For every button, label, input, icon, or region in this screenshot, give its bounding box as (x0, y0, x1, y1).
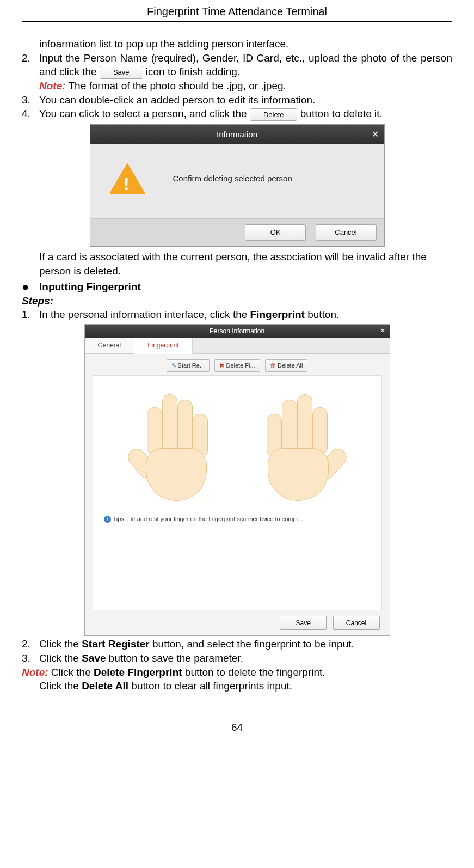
right-hand-icon[interactable] (254, 392, 346, 501)
dialog1-titlebar: Information ✕ (90, 125, 384, 144)
section-title: Inputting Fingerprint (39, 280, 141, 294)
item4-post: button to delete it. (297, 108, 382, 119)
fp-list-number-3: 3. (22, 651, 39, 665)
list-number-3: 3. (22, 93, 39, 107)
list-body-2: Input the Person Name (required), Gender… (39, 51, 452, 93)
delete-all-button[interactable]: 🗑Delete All (265, 359, 307, 372)
fp1-pre: In the personal information interface, c… (39, 309, 250, 320)
note2-l1-bold: Delete Fingerprint (94, 667, 182, 678)
cancel-button-2[interactable]: Cancel (333, 616, 380, 630)
note2-l2-bold: Delete All (82, 680, 128, 692)
fp-list-body-3: Click the Save button to save the parame… (39, 651, 452, 665)
delete-inline-button[interactable]: Delete (250, 108, 298, 121)
dialog1-message: Confirm deleting selected person (173, 173, 292, 184)
list-body-3: You can double-click an added person to … (39, 93, 452, 107)
list-number-4: 4. (22, 107, 39, 121)
tab-fingerprint[interactable]: Fingerprint (134, 338, 192, 354)
intro-fragment: infoarmation list to pop up the adding p… (39, 37, 452, 51)
note-text-1: The format of the photo should be .jpg, … (66, 80, 286, 91)
fp-list-body-2: Click the Start Register button, and sel… (39, 637, 452, 651)
item2-post: icon to finish adding. (143, 66, 241, 77)
fp-list-number-2: 2. (22, 637, 39, 651)
after-dialog1-text: If a card is associated with the current… (39, 250, 452, 278)
start-register-button[interactable]: ✎Start Re... (167, 359, 210, 372)
delete-fingerprint-button[interactable]: ✖Delete Fi... (214, 359, 260, 372)
x-icon: ✖ (219, 362, 224, 369)
page-header: Fingerprint Time Attendance Terminal (22, 4, 452, 22)
fp3-post: button to save the parameter. (106, 652, 243, 664)
info-icon: i (104, 516, 111, 523)
fp-list-number-1: 1. (22, 308, 39, 322)
dialog1-title-text: Information (217, 130, 257, 139)
list-body-4: You can click to select a person, and cl… (39, 107, 452, 121)
confirm-delete-dialog: Information ✕ Confirm deleting selected … (90, 124, 385, 247)
close-icon[interactable]: ✕ (372, 129, 379, 140)
dialog2-titlebar: Person Information ✕ (85, 325, 390, 338)
hands-area: iTips: Lift and rest your finger on the … (93, 375, 382, 610)
warning-icon (109, 163, 146, 194)
left-hand-icon[interactable] (128, 392, 221, 501)
note2-line2: Click the Delete All button to clear all… (39, 679, 452, 693)
person-information-dialog: Person Information ✕ General Fingerprint… (84, 324, 390, 636)
save-inline-button[interactable]: Save (100, 66, 143, 79)
note2-l2-pre: Click the (39, 680, 82, 692)
delete-fi-label: Delete Fi... (226, 362, 255, 369)
save-button[interactable]: Save (280, 616, 327, 630)
page-number: 64 (22, 720, 452, 735)
note2-l1-post: button to delete the fingerprint. (182, 667, 325, 678)
note2-l2-post: button to clear all fingerprints input. (128, 680, 292, 692)
fingerprint-toolbar: ✎Start Re... ✖Delete Fi... 🗑Delete All (85, 354, 390, 375)
fp1-bold: Fingerprint (250, 309, 305, 320)
fp2-pre: Click the (39, 638, 82, 650)
cancel-button[interactable]: Cancel (316, 224, 377, 241)
close-icon[interactable]: ✕ (380, 326, 385, 335)
fp1-post: button. (305, 309, 339, 320)
note-label-1: Note: (39, 80, 66, 91)
steps-label: Steps: (22, 294, 452, 308)
bullet-icon: ● (22, 281, 39, 293)
list-number-2: 2. (22, 51, 39, 93)
tab-general[interactable]: General (85, 338, 135, 353)
fp3-pre: Click the (39, 652, 82, 664)
note-label-2: Note: (22, 667, 48, 678)
fp2-post: button, and select the fingerprint to be… (150, 638, 354, 650)
dialog1-button-bar: OK Cancel (90, 218, 384, 246)
start-register-label: Start Re... (178, 362, 205, 369)
ok-button[interactable]: OK (245, 224, 306, 241)
fp-list-body-1: In the personal information interface, c… (39, 308, 452, 322)
fp3-bold: Save (82, 652, 106, 664)
item4-pre: You can click to select a person, and cl… (39, 108, 250, 119)
fp2-bold: Start Register (82, 638, 150, 650)
dialog2-title-text: Person Information (210, 327, 264, 335)
tabs-bar: General Fingerprint (85, 338, 390, 354)
tips-row: iTips: Lift and rest your finger on the … (93, 506, 381, 523)
note2-block: Note: Click the Delete Fingerprint butto… (22, 665, 452, 680)
pencil-icon: ✎ (171, 362, 176, 369)
delete-all-label: Delete All (278, 362, 303, 369)
trash-icon: 🗑 (270, 362, 276, 369)
dialog2-button-bar: Save Cancel (85, 610, 390, 635)
tips-text: Tips: Lift and rest your finger on the f… (113, 516, 303, 522)
note2-l1-pre: Click the (48, 667, 94, 678)
